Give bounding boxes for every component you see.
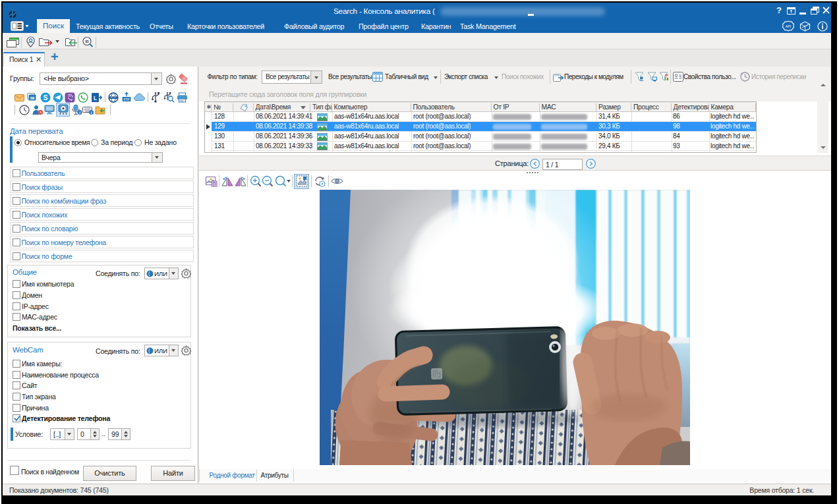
svg-text:S: S — [43, 94, 48, 101]
svg-text:IM: IM — [30, 96, 35, 100]
svg-text:HTTP: HTTP — [111, 96, 117, 99]
svg-text:FTP: FTP — [124, 98, 130, 101]
svg-text:L: L — [94, 95, 97, 101]
svg-text:API: API — [786, 24, 791, 28]
svg-text:ID: ID — [85, 40, 89, 43]
